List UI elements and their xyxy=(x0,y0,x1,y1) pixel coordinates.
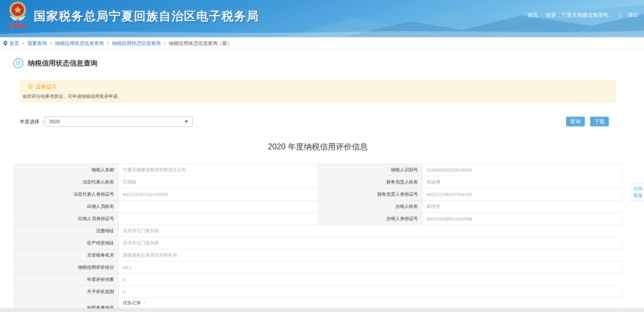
field-label: 法定代表人姓名 xyxy=(14,176,119,188)
result-table-body: 纳税人名称宁夏灵隆建设集团有限责任公司纳税人识别号916400002283826… xyxy=(14,164,622,312)
chevron-down-icon xyxy=(185,120,188,125)
table-row: 主管税务机关国家税务总局灵武市税务局 xyxy=(14,249,622,262)
table-row: 不予评价原因A xyxy=(14,286,622,298)
table-row: 生产经营地址灵武市北门振兴路 xyxy=(14,237,622,249)
field-label: 办税人姓名 xyxy=(318,201,422,213)
breadcrumb-separator: > xyxy=(50,41,53,46)
logo-caption: 中国税务 xyxy=(5,23,31,29)
field-value: 郝伟杰 xyxy=(422,201,622,213)
field-value: 国家税务总局灵武市税务局 xyxy=(119,249,622,262)
field-label: 财务负责人身份证号 xyxy=(318,188,422,201)
field-label: 纳税信用评价得分 xyxy=(14,262,119,274)
tip-body: 如对评分结果有异议，可申请纳税信用复评申请。 xyxy=(23,93,609,100)
page-head: 信 纳税信用状态信息查询 xyxy=(13,58,644,68)
field-value: A xyxy=(119,286,622,298)
tip-title: 温馨提示 xyxy=(36,84,57,90)
breadcrumb-separator: > xyxy=(22,41,25,46)
download-button[interactable]: 下载 xyxy=(590,117,609,126)
field-value: 642125197102140035 xyxy=(119,188,318,201)
breadcrumb-item[interactable]: 我要查询 xyxy=(27,40,47,46)
field-label: 出纳人员姓名 xyxy=(14,201,119,213)
table-row: 法定代表人姓名官国福财务负责人姓名朱丽娜 xyxy=(14,176,622,188)
field-value: 642221198107054106 xyxy=(422,188,622,201)
field-label: 主管税务机关 xyxy=(14,249,119,262)
field-value: A xyxy=(119,274,622,286)
query-buttons: 查询 下载 xyxy=(562,117,609,126)
field-value xyxy=(119,213,318,225)
table-row: 出纳人员身份证号办税人身份证号640323198910142048 xyxy=(14,213,622,225)
year-select[interactable]: 2020 xyxy=(45,116,193,127)
nav-welcome-user[interactable]: 欢迎，宁夏灵隆建设集团有... xyxy=(546,12,613,18)
breadcrumb-items: 首页>我要查询>纳税信用状态信息查询>纳税信用状态信息查询>纳税信用状态信息查询… xyxy=(9,40,232,46)
breadcrumb-separator: > xyxy=(163,41,166,46)
field-value: 灵武市北门振兴路 xyxy=(119,225,622,237)
result-title: 2020 年度纳税信用评价信息 xyxy=(14,141,622,152)
field-value: 灵武市北门振兴路 xyxy=(119,237,622,249)
header-banner: 中国税务 国家税务总局宁夏回族自治区电子税务局 首页 欢迎，宁夏灵隆建设集团有.… xyxy=(0,0,644,37)
online-service-line1: 在线 xyxy=(630,185,644,192)
field-label: 不予评价原因 xyxy=(14,286,119,298)
field-label: 注册地址 xyxy=(14,225,119,237)
field-value: 916400002283826908 xyxy=(422,164,622,176)
breadcrumb: 首页>我要查询>纳税信用状态信息查询>纳税信用状态信息查询>纳税信用状态信息查询… xyxy=(0,37,644,50)
nav-logout-link[interactable]: 退出 xyxy=(628,12,638,18)
header-nav: 首页 欢迎，宁夏灵隆建设集团有... | 退出 xyxy=(521,12,638,18)
table-row: 纳税信用评价得分96.0 xyxy=(14,262,622,274)
field-label: 年度评价结果 xyxy=(14,274,119,286)
field-value xyxy=(119,201,318,213)
year-select-label: 年度选择 ： xyxy=(20,119,46,125)
footer-strip xyxy=(0,309,644,312)
field-label: 纳税人识别号 xyxy=(318,164,422,176)
field-value: 官国福 xyxy=(119,176,318,188)
site-title: 国家税务总局宁夏回族自治区电子税务局 xyxy=(34,8,259,24)
page-title: 纳税信用状态信息查询 xyxy=(28,58,97,68)
breadcrumb-item[interactable]: 纳税信用状态信息查询 xyxy=(55,40,104,46)
table-row: 注册地址灵武市北门振兴路 xyxy=(14,225,622,237)
table-row: 纳税人名称宁夏灵隆建设集团有限责任公司纳税人识别号916400002283826… xyxy=(14,164,622,176)
search-button[interactable]: 查询 xyxy=(566,117,585,126)
breadcrumb-item[interactable]: 首页 xyxy=(9,40,19,46)
tip-title-row: 温馨提示 xyxy=(23,83,609,91)
field-value: 宁夏灵隆建设集团有限责任公司 xyxy=(119,164,318,176)
table-row: 出纳人员姓名办税人姓名郝伟杰 xyxy=(14,201,622,213)
field-label: 财务负责人姓名 xyxy=(318,176,422,188)
field-value: 朱丽娜 xyxy=(422,176,622,188)
credit-info-icon: 信 xyxy=(13,58,23,68)
online-service-button[interactable]: 在线 客服 xyxy=(630,184,644,201)
location-pin-icon xyxy=(3,41,7,46)
field-value: 640323198910142048 xyxy=(422,213,622,225)
field-label: 出纳人员身份证号 xyxy=(14,213,119,225)
credit-evaluation-table: 纳税人名称宁夏灵隆建设集团有限责任公司纳税人识别号916400002283826… xyxy=(14,164,622,312)
breadcrumb-separator: > xyxy=(106,41,109,46)
field-label: 生产经营地址 xyxy=(14,237,119,249)
bulb-icon xyxy=(27,83,33,91)
query-row: 年度选择 ： 2020 查询 下载 xyxy=(0,116,644,127)
online-service-line2: 客服 xyxy=(630,192,644,199)
external-record-line: 优良记录 ： xyxy=(119,298,622,308)
tax-emblem-icon xyxy=(8,1,28,22)
tax-bureau-logo: 中国税务 xyxy=(5,1,31,29)
field-label: 法定代表人身份证号 xyxy=(14,188,119,201)
table-row: 法定代表人身份证号642125197102140035财务负责人身份证号6422… xyxy=(14,188,622,201)
nav-home-link[interactable]: 首页 xyxy=(528,12,538,18)
tip-box: 温馨提示 如对评分结果有异议，可申请纳税信用复评申请。 xyxy=(20,80,616,103)
field-value: 96.0 xyxy=(119,262,622,274)
field-label: 纳税人名称 xyxy=(14,164,119,176)
table-row: 年度评价结果A xyxy=(14,274,622,286)
nav-divider: | xyxy=(619,12,620,18)
breadcrumb-item: 纳税信用状态信息查询（新） xyxy=(169,40,232,46)
field-label: 办税人身份证号 xyxy=(318,213,422,225)
breadcrumb-item[interactable]: 纳税信用状态信息查询 xyxy=(112,40,161,46)
year-select-value: 2020 xyxy=(49,119,60,124)
